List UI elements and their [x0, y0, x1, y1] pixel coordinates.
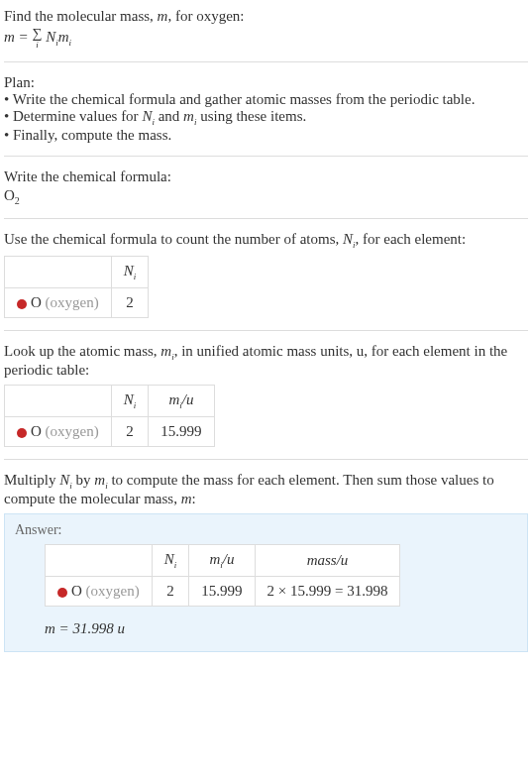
count-value: 2: [111, 417, 149, 447]
table-header-N: Ni: [152, 545, 189, 577]
plan-heading: Plan:: [4, 74, 528, 91]
plan-section: Plan: • Write the chemical formula and g…: [4, 70, 528, 148]
table-header-empty: [5, 386, 112, 417]
plan-item-1: • Write the chemical formula and gather …: [4, 91, 528, 108]
count-value: 2: [152, 577, 189, 607]
table-header-row: Ni: [5, 257, 149, 288]
table-header-empty: [5, 257, 112, 288]
answer-box: Answer: Ni mi/u mass/u O (oxygen) 2 15.9…: [4, 513, 528, 652]
element-cell: O (oxygen): [46, 577, 153, 607]
answer-table: Ni mi/u mass/u O (oxygen) 2 15.999 2 × 1…: [45, 544, 400, 607]
plan-item-3: • Finally, compute the mass.: [4, 127, 528, 144]
divider: [4, 459, 528, 460]
final-mass: m = 31.998 u: [45, 620, 517, 637]
multiply-section: Multiply Ni by mi to compute the mass fo…: [4, 468, 528, 656]
count-instruction: Use the chemical formula to count the nu…: [4, 231, 528, 250]
mass-value: 15.999: [149, 417, 214, 447]
divider: [4, 330, 528, 331]
element-cell: O (oxygen): [5, 288, 112, 318]
intro-text: Find the molecular mass, m, for oxygen:: [4, 8, 528, 25]
formula-instruction: Write the chemical formula:: [4, 168, 528, 185]
element-dot-icon: [17, 299, 27, 309]
table-row: O (oxygen) 2 15.999: [5, 417, 215, 447]
element-dot-icon: [57, 588, 67, 598]
table-header-empty: [46, 545, 153, 577]
table-header-row: Ni mi/u mass/u: [46, 545, 400, 577]
element-cell: O (oxygen): [5, 417, 112, 447]
multiply-instruction: Multiply Ni by mi to compute the mass fo…: [4, 472, 528, 507]
table-row: O (oxygen) 2: [5, 288, 149, 318]
calc-value: 2 × 15.999 = 31.998: [255, 577, 400, 607]
count-section: Use the chemical formula to count the nu…: [4, 227, 528, 322]
sigma-icon: ∑ i: [32, 27, 42, 50]
divider: [4, 61, 528, 62]
lookup-instruction: Look up the atomic mass, mi, in unified …: [4, 343, 528, 379]
count-value: 2: [111, 288, 149, 318]
lookup-section: Look up the atomic mass, mi, in unified …: [4, 339, 528, 451]
answer-label: Answer:: [15, 522, 517, 538]
divider: [4, 218, 528, 219]
count-table: Ni O (oxygen) 2: [4, 256, 149, 318]
table-header-N: Ni: [111, 386, 149, 417]
intro-formula: m = ∑ i Nimi: [4, 27, 528, 50]
divider: [4, 156, 528, 157]
table-header-mass: mass/u: [255, 545, 400, 577]
table-header-row: Ni mi/u: [5, 386, 215, 417]
formula-section: Write the chemical formula: O2: [4, 165, 528, 210]
table-header-m: mi/u: [149, 386, 214, 417]
table-header-N: Ni: [111, 257, 149, 288]
plan-item-2: • Determine values for Ni and mi using t…: [4, 108, 528, 127]
mass-value: 15.999: [189, 577, 255, 607]
lookup-table: Ni mi/u O (oxygen) 2 15.999: [4, 385, 215, 447]
table-header-m: mi/u: [189, 545, 255, 577]
answer-content: Ni mi/u mass/u O (oxygen) 2 15.999 2 × 1…: [15, 544, 517, 637]
chemical-formula: O2: [4, 187, 528, 206]
table-row: O (oxygen) 2 15.999 2 × 15.999 = 31.998: [46, 577, 400, 607]
intro-section: Find the molecular mass, m, for oxygen: …: [4, 4, 528, 54]
element-dot-icon: [17, 428, 27, 438]
